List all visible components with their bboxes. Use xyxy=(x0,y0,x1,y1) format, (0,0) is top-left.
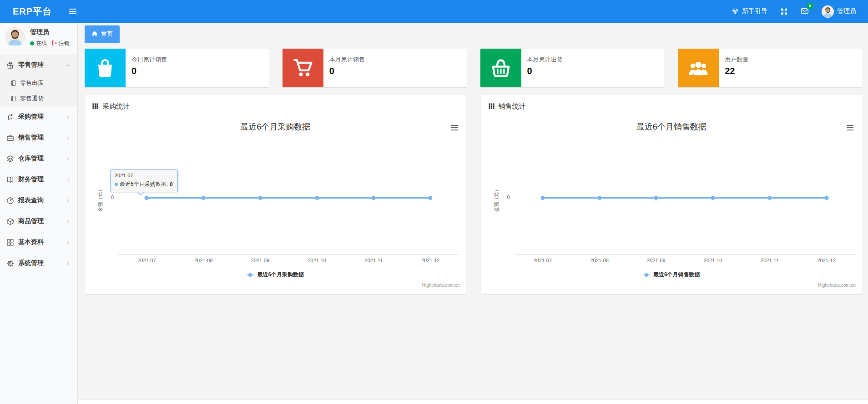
sidebar-subitem-label: 零售出库 xyxy=(20,79,44,87)
stat-card-label: 用户数量 xyxy=(725,55,748,64)
stat-card-value: 0 xyxy=(131,66,167,76)
chart-context-menu-button[interactable] xyxy=(846,124,855,132)
shopping-basket-icon xyxy=(480,49,521,87)
legend-label: 最近6个月销售数据 xyxy=(653,271,700,279)
sidebar-item-label: 报表查询 xyxy=(18,196,66,204)
sidebar-user-panel: 管理员 在线 注销 xyxy=(0,23,77,52)
logout-label: 注销 xyxy=(59,40,70,47)
chart-context-menu-button[interactable] xyxy=(450,124,459,132)
sidebar-item-label: 财务管理 xyxy=(18,175,66,184)
data-point[interactable] xyxy=(315,196,319,200)
sidebar-item-basic-data[interactable]: 基本资料 xyxy=(0,232,77,253)
sidebar-item-retail-outbound[interactable]: 零售出库 xyxy=(0,75,77,91)
sidebar-group-retail-management: 零售管理零售出库零售退货 xyxy=(0,55,77,106)
x-axis-label: 2021-08 xyxy=(590,258,608,263)
chart-legend: 最近6个月采购数据 xyxy=(85,271,466,279)
footer xyxy=(78,399,868,404)
sidebar-item-label: 采购管理 xyxy=(18,113,66,121)
sidebar-group-finance-management: 财务管理 xyxy=(0,169,77,190)
tooltip-series-label: 最近6个月采购数据: xyxy=(120,180,168,188)
data-point[interactable] xyxy=(145,196,149,200)
tab-home[interactable]: 首页 xyxy=(85,25,120,43)
sidebar-item-goods-management[interactable]: 商品管理 xyxy=(0,211,77,232)
stat-card-label: 本月累计进货 xyxy=(527,55,563,64)
x-axis-line xyxy=(118,254,459,254)
legend-item[interactable]: 最近6个月销售数据 xyxy=(643,271,700,279)
series-line xyxy=(146,197,430,199)
home-icon xyxy=(91,30,98,38)
panel-title: 采购统计 xyxy=(102,102,130,111)
x-axis-label: 2021-09 xyxy=(251,258,269,263)
sidebar: 管理员 在线 注销 零售管理零售出库零售退货采购管理销售管理仓库管理财务管理报表… xyxy=(0,23,78,404)
data-point[interactable] xyxy=(202,196,206,200)
stat-card-today-sales: 今日累计销售0 xyxy=(85,49,269,87)
chevron-down-icon xyxy=(66,62,71,68)
x-axis-line xyxy=(515,254,855,254)
gift-icon xyxy=(6,61,14,69)
data-point[interactable] xyxy=(824,196,828,200)
chevron-left-icon xyxy=(66,260,71,266)
sidebar-item-label: 零售管理 xyxy=(18,61,66,69)
chart-title: 最近6个月销售数据 xyxy=(481,121,863,132)
legend-marker xyxy=(643,274,650,275)
chart-legend: 最近6个月销售数据 xyxy=(481,271,863,279)
stat-card-month-purchase: 本月累计进货0 xyxy=(480,49,665,87)
x-axis-label: 2021-10 xyxy=(308,258,326,263)
envelope-icon xyxy=(801,9,809,16)
sidebar-item-finance-management[interactable]: 财务管理 xyxy=(0,169,77,190)
app-brand[interactable]: ERP平台 xyxy=(0,5,52,18)
sidebar-item-retail-management[interactable]: 零售管理 xyxy=(0,55,77,75)
newbie-guide-button[interactable]: 新手引导 xyxy=(732,7,767,15)
gem-icon xyxy=(732,8,739,15)
highcharts-credit-link[interactable]: Highcharts.com.cn xyxy=(422,283,460,288)
sidebar-item-report-query[interactable]: 报表查询 xyxy=(0,190,77,211)
newbie-guide-label: 新手引导 xyxy=(742,7,767,15)
sidebar-item-retail-return[interactable]: 零售退货 xyxy=(0,91,77,106)
sidebar-item-sales-management[interactable]: 销售管理 xyxy=(0,127,77,148)
legend-item[interactable]: 最近6个月采购数据 xyxy=(247,271,304,279)
x-axis-label: 2021-12 xyxy=(817,258,835,263)
chevron-left-icon xyxy=(66,198,71,203)
data-point[interactable] xyxy=(654,196,658,200)
avatar xyxy=(822,5,834,18)
sidebar-item-purchase-management[interactable]: 采购管理 xyxy=(0,106,77,127)
sidebar-item-system-management[interactable]: 系统管理 xyxy=(0,253,77,274)
data-point[interactable] xyxy=(258,196,262,200)
logout-icon xyxy=(51,40,57,47)
stat-card-body: 用户数量22 xyxy=(719,49,752,87)
journal-icon xyxy=(10,80,16,86)
sidebar-group-basic-data: 基本资料 xyxy=(0,232,77,253)
sidebar-menu: 零售管理零售出库零售退货采购管理销售管理仓库管理财务管理报表查询商品管理基本资料… xyxy=(0,55,77,274)
tooltip-series-row: 最近6个月采购数据: 0 xyxy=(115,180,173,188)
data-point[interactable] xyxy=(597,196,601,200)
sidebar-item-label: 仓库管理 xyxy=(18,155,66,163)
messages-button[interactable]: 0 xyxy=(801,7,809,16)
stat-card-body: 今日累计销售0 xyxy=(126,49,171,87)
online-status-label: 在线 xyxy=(36,40,47,47)
tooltip-value: 0 xyxy=(170,181,173,188)
logout-link[interactable]: 注销 xyxy=(51,40,70,47)
chart-tooltip: 2021-07最近6个月采购数据: 0 xyxy=(110,169,178,192)
pie-chart-icon xyxy=(6,197,14,204)
series-line xyxy=(543,197,827,199)
stat-card-value: 0 xyxy=(329,66,365,76)
data-point[interactable] xyxy=(429,196,433,200)
chevron-left-icon xyxy=(66,135,71,140)
user-menu[interactable]: 管理员 xyxy=(822,5,856,18)
data-point[interactable] xyxy=(767,196,772,200)
fullscreen-button[interactable] xyxy=(780,8,788,15)
data-point[interactable] xyxy=(540,196,545,200)
panel-sales-stats: 销售统计最近6个月销售数据金额（元）02021-072021-082021-09… xyxy=(481,95,863,294)
highcharts-credit-link[interactable]: Highcharts.com.cn xyxy=(818,283,856,288)
sidebar-item-warehouse-management[interactable]: 仓库管理 xyxy=(0,148,77,169)
data-point[interactable] xyxy=(372,196,376,200)
stat-card-body: 本月累计销售0 xyxy=(323,49,368,87)
sidebar-toggle-button[interactable] xyxy=(66,6,79,17)
gear-icon xyxy=(6,259,14,267)
panel-title: 销售统计 xyxy=(499,102,526,111)
sidebar-item-label: 基本资料 xyxy=(18,238,66,246)
x-axis-label: 2021-08 xyxy=(194,258,212,263)
data-point[interactable] xyxy=(711,196,715,200)
chart-purchase-stats: 最近6个月采购数据金额（元）02021-072021-082021-092021… xyxy=(85,115,466,293)
grid-icon xyxy=(6,239,14,246)
